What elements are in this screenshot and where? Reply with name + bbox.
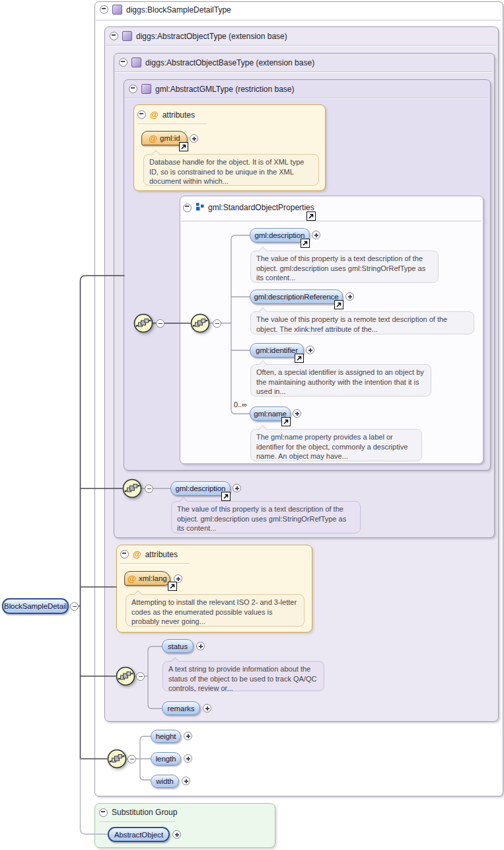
attribute-icon: @ bbox=[149, 134, 157, 143]
collapse-icon[interactable] bbox=[129, 85, 137, 93]
sequence-icon[interactable] bbox=[190, 313, 210, 333]
header-separator bbox=[137, 124, 207, 124]
link-arrow-icon[interactable] bbox=[168, 582, 177, 591]
header-abstractobjectbasetype: diggs:AbstractObjectBaseType (extension … bbox=[119, 58, 314, 67]
attribute-xml-lang[interactable]: @ xml:lang bbox=[124, 571, 170, 586]
complex-type-icon bbox=[122, 31, 132, 41]
expand-icon[interactable] bbox=[190, 134, 198, 143]
cardinality-label: 0..∞ bbox=[229, 401, 247, 408]
sequence-icon[interactable] bbox=[122, 479, 142, 498]
expand-icon[interactable] bbox=[345, 292, 354, 301]
link-arrow-icon[interactable] bbox=[306, 212, 316, 221]
collapse-icon[interactable] bbox=[100, 5, 108, 14]
complex-type-icon bbox=[131, 58, 141, 67]
annotation-gml-description: The value of this property is a text des… bbox=[250, 251, 439, 283]
link-arrow-icon[interactable] bbox=[295, 354, 304, 363]
complex-type-icon bbox=[112, 5, 122, 15]
header-lang-attributes: @ attributes bbox=[120, 549, 178, 559]
header-separator bbox=[96, 20, 501, 20]
annotation-gml-descriptionreference: The value of this property is a remote t… bbox=[250, 311, 474, 334]
collapse-icon[interactable] bbox=[120, 550, 129, 559]
header-separator bbox=[125, 98, 488, 98]
sequence-icon[interactable] bbox=[107, 749, 127, 769]
header-substitution-group: Substitution Group bbox=[99, 808, 177, 817]
expand-icon[interactable] bbox=[312, 231, 320, 239]
annotation-gml-identifier: Often, a special identifier is assigned … bbox=[250, 364, 431, 397]
sequence-icon[interactable] bbox=[116, 666, 135, 686]
link-arrow-icon[interactable] bbox=[179, 142, 188, 151]
header-gml-attributes: @ attributes bbox=[137, 110, 195, 120]
annotation-gml-description-base: The value of this property is a text des… bbox=[171, 501, 361, 533]
expand-icon[interactable] bbox=[233, 484, 241, 492]
sequence-icon[interactable] bbox=[133, 313, 153, 333]
expand-icon[interactable] bbox=[306, 346, 314, 354]
collapse-icon[interactable] bbox=[99, 808, 108, 817]
attributes-title: attributes bbox=[162, 110, 195, 120]
expand-icon[interactable] bbox=[184, 732, 192, 740]
model-group-icon bbox=[196, 202, 204, 213]
collapse-icon[interactable] bbox=[119, 58, 127, 67]
expand-icon[interactable] bbox=[172, 830, 181, 839]
attribute-label: gml:id bbox=[160, 134, 180, 142]
collapse-icon[interactable] bbox=[136, 672, 145, 681]
collapse-icon[interactable] bbox=[156, 319, 164, 328]
type-title: diggs:BlockSampleDetailType bbox=[126, 5, 231, 15]
collapse-icon[interactable] bbox=[127, 755, 136, 763]
link-arrow-icon[interactable] bbox=[301, 239, 310, 248]
complex-type-icon bbox=[141, 84, 151, 94]
element-status[interactable]: status bbox=[162, 639, 194, 653]
link-arrow-icon[interactable] bbox=[281, 417, 291, 426]
link-arrow-icon[interactable] bbox=[221, 492, 231, 501]
header-separator bbox=[99, 822, 175, 822]
header-blocksampledetailtype: diggs:BlockSampleDetailType bbox=[100, 5, 231, 15]
element-gml-descriptionreference[interactable]: gml:descriptionReference bbox=[250, 290, 343, 304]
collapse-icon[interactable] bbox=[145, 484, 153, 493]
expand-icon[interactable] bbox=[196, 642, 205, 650]
header-separator bbox=[120, 563, 190, 564]
element-abstractobject[interactable]: AbstractObject bbox=[108, 827, 170, 842]
annotation-status: A text string to provide information abo… bbox=[162, 661, 324, 691]
header-separator bbox=[106, 45, 496, 46]
element-height[interactable]: height bbox=[151, 730, 181, 743]
element-width[interactable]: width bbox=[151, 775, 179, 788]
annotation-gml-name: The gml:name property provides a label o… bbox=[250, 429, 422, 461]
attribute-icon: @ bbox=[133, 549, 141, 559]
header-standard-object-properties: gml:StandardObjectProperties bbox=[183, 202, 314, 213]
attribute-label: xml:lang bbox=[139, 574, 167, 582]
type-title: diggs:AbstractObjectBaseType (extension … bbox=[145, 58, 314, 67]
type-title: diggs:AbstractObjectType (extension base… bbox=[136, 32, 287, 41]
type-title: gml:AbstractGMLType (restriction base) bbox=[155, 85, 295, 94]
collapse-icon[interactable] bbox=[213, 319, 221, 328]
group-title: gml:StandardObjectProperties bbox=[208, 203, 314, 212]
attribute-icon: @ bbox=[127, 574, 136, 584]
header-separator bbox=[115, 71, 492, 72]
header-separator bbox=[181, 221, 481, 221]
collapse-icon[interactable] bbox=[183, 204, 192, 212]
element-remarks[interactable]: remarks bbox=[162, 701, 200, 715]
attribute-icon: @ bbox=[150, 110, 159, 120]
header-abstractgmltype: gml:AbstractGMLType (restriction base) bbox=[129, 84, 295, 94]
annotation-xml-lang: Attempting to install the relevant ISO 2… bbox=[126, 594, 305, 627]
expand-icon[interactable] bbox=[182, 777, 190, 785]
collapse-icon[interactable] bbox=[70, 602, 79, 611]
header-abstractobjecttype: diggs:AbstractObjectType (extension base… bbox=[110, 31, 287, 41]
annotation-gml-id: Database handle for the object. It is of… bbox=[143, 154, 319, 186]
element-length[interactable]: length bbox=[151, 752, 181, 765]
substitution-group-title: Substitution Group bbox=[112, 808, 177, 817]
schema-diagram: diggs:BlockSampleDetailType diggs:Abstra… bbox=[0, 0, 504, 850]
expand-icon[interactable] bbox=[184, 754, 192, 763]
element-blocksampledetail[interactable]: BlockSampleDetail bbox=[2, 598, 69, 614]
link-arrow-icon[interactable] bbox=[334, 300, 343, 309]
attributes-title: attributes bbox=[145, 550, 178, 559]
collapse-icon[interactable] bbox=[137, 110, 146, 119]
expand-icon[interactable] bbox=[293, 409, 301, 418]
expand-icon[interactable] bbox=[203, 704, 211, 713]
collapse-icon[interactable] bbox=[110, 32, 118, 40]
